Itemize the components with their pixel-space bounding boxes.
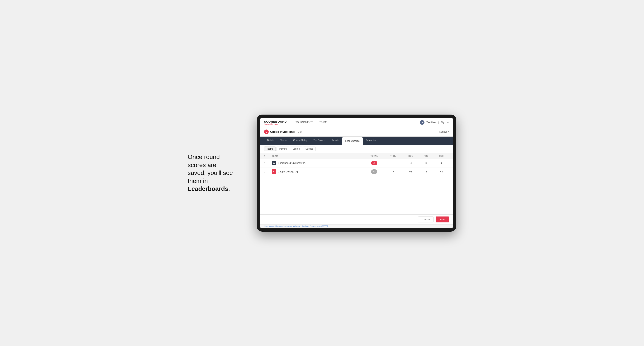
- save-button[interactable]: Save: [436, 216, 449, 222]
- rd3-1: -6: [434, 162, 449, 164]
- sub-tab-teams[interactable]: Teams: [264, 147, 276, 151]
- col-rank: #: [264, 155, 272, 157]
- url-bar: https://stage-blue-coach.stagesscoreboar…: [260, 224, 453, 228]
- left-line-5-bold: Leaderboards: [188, 185, 228, 192]
- team-name-2: Clippd College [A]: [278, 170, 298, 173]
- total-1: -5: [364, 161, 384, 165]
- tab-teams[interactable]: Teams: [277, 137, 290, 145]
- logo-area: SCOREBOARD Powered by clippd: [264, 120, 287, 125]
- score-badge-1: -5: [371, 161, 377, 165]
- top-nav: SCOREBOARD Powered by clippd TOURNAMENTS…: [260, 118, 453, 127]
- nav-right: S Test User | Sign out: [420, 120, 449, 125]
- left-line-3: saved, you'll see: [188, 169, 233, 176]
- team-logo-1: SU: [272, 161, 276, 165]
- tab-results[interactable]: Results: [328, 137, 342, 145]
- user-avatar: S: [420, 120, 424, 125]
- table-row: 2 C Clippd College [A] +3 F +8 -8 +3: [260, 168, 453, 176]
- col-rd1: RD1: [403, 155, 418, 157]
- tab-tee-groups[interactable]: Tee Groups: [310, 137, 328, 145]
- tournament-icon: C: [264, 130, 269, 134]
- rd2-2: -8: [418, 170, 434, 173]
- rd1-2: +8: [403, 170, 418, 173]
- col-team: TEAM: [272, 155, 364, 157]
- nav-tournaments[interactable]: TOURNAMENTS: [292, 118, 316, 127]
- rank-1: 1: [264, 162, 272, 164]
- score-badge-2: +3: [371, 169, 377, 174]
- sub-tab-strokes[interactable]: Strokes: [303, 147, 316, 151]
- rank-2: 2: [264, 170, 272, 173]
- logo-text: SCOREBOARD: [264, 120, 287, 123]
- url-text: https://stage-blue-coach.stagesscoreboar…: [264, 225, 328, 227]
- nav-separator: |: [438, 121, 439, 124]
- main-tabs-row: Details Teams Course Setup Tee Groups Re…: [260, 137, 453, 145]
- bottom-bar: Cancel Save: [260, 214, 453, 224]
- table-row: 1 SU Scoreboard University [A] -5 F -4 +…: [260, 159, 453, 168]
- tablet-screen: SCOREBOARD Powered by clippd TOURNAMENTS…: [260, 118, 453, 228]
- total-2: +3: [364, 169, 384, 174]
- sign-out-link[interactable]: Sign out: [440, 121, 449, 124]
- rd1-1: -4: [403, 162, 418, 164]
- close-icon: ×: [448, 130, 449, 133]
- col-thru: THRU: [384, 155, 403, 157]
- cancel-button[interactable]: Cancel: [418, 216, 434, 222]
- rd2-1: +5: [418, 162, 434, 164]
- header-cancel-button[interactable]: Cancel ×: [439, 130, 449, 133]
- table-header-row: # TEAM TOTAL THRU RD1 RD2 RD3: [260, 153, 453, 159]
- main-nav-links: TOURNAMENTS TEAMS: [292, 118, 420, 127]
- team-name-1: Scoreboard University [A]: [278, 162, 306, 164]
- tournament-gender: (Men): [297, 130, 303, 133]
- sub-tabs-row: Teams Players Scores Strokes: [260, 145, 453, 153]
- tournament-name: Clippd Invitational: [270, 130, 295, 133]
- tab-course-setup[interactable]: Course Setup: [290, 137, 310, 145]
- logo-sub: Powered by clippd: [264, 123, 287, 125]
- user-name: Test User: [426, 121, 436, 124]
- thru-1: F: [384, 162, 403, 164]
- thru-2: F: [384, 170, 403, 173]
- left-line-1: Once round: [188, 154, 220, 160]
- leaderboard-table: # TEAM TOTAL THRU RD1 RD2 RD3 1 SU Score…: [260, 153, 453, 214]
- rd3-2: +3: [434, 170, 449, 173]
- team-logo-2: C: [272, 169, 276, 174]
- tournament-title: C Clippd Invitational (Men): [264, 130, 303, 134]
- left-line-2: scores are: [188, 162, 216, 169]
- left-line-4: them in: [188, 177, 208, 184]
- sub-tab-players[interactable]: Players: [276, 147, 289, 151]
- tab-leaderboards[interactable]: Leaderboards: [342, 137, 362, 145]
- team-col-1: SU Scoreboard University [A]: [272, 161, 364, 165]
- col-rd3: RD3: [434, 155, 449, 157]
- left-description: Once round scores are saved, you'll see …: [188, 153, 245, 193]
- tab-printables[interactable]: Printables: [363, 137, 379, 145]
- team-col-2: C Clippd College [A]: [272, 169, 364, 174]
- col-rd2: RD2: [418, 155, 434, 157]
- tournament-header: C Clippd Invitational (Men) Cancel ×: [260, 127, 453, 137]
- left-line-5-suffix: .: [228, 185, 230, 192]
- nav-teams[interactable]: TEAMS: [316, 118, 330, 127]
- sub-tab-scores[interactable]: Scores: [290, 147, 302, 151]
- table-spacer: [260, 176, 453, 214]
- tablet-device: SCOREBOARD Powered by clippd TOURNAMENTS…: [257, 115, 456, 232]
- col-total: TOTAL: [364, 155, 384, 157]
- tab-details[interactable]: Details: [264, 137, 277, 145]
